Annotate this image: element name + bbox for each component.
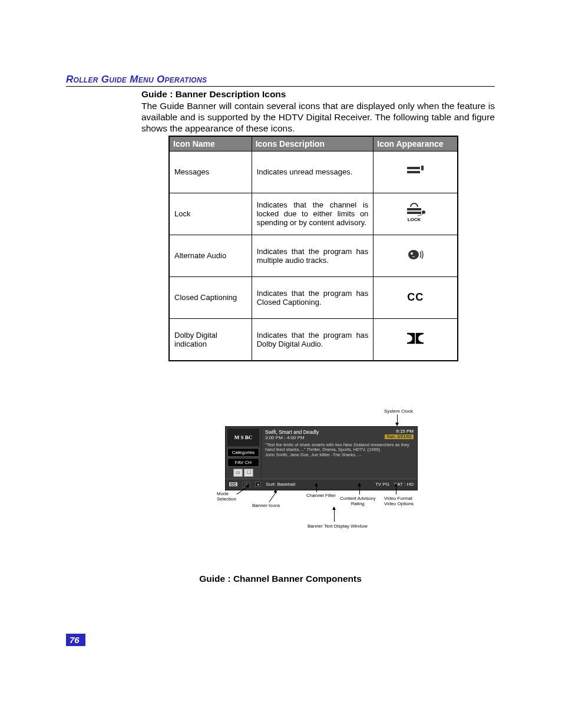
altaudio-chip: ● xyxy=(255,482,261,487)
arrow-line xyxy=(396,486,396,495)
cc-chip: CC xyxy=(229,482,237,486)
table-row: Dolby Digital indication Indicates that … xyxy=(169,318,458,361)
arrow-up-icon xyxy=(273,489,278,493)
page-number: 76 xyxy=(66,634,85,646)
col-icon-desc: Icons Description xyxy=(252,136,373,151)
arrow-up-icon xyxy=(394,483,398,486)
program-time-range: 3:00 PM - 4:00 PM xyxy=(265,435,319,440)
label-banner-text-window: Banner Text Display Window xyxy=(308,523,368,529)
svg-rect-15 xyxy=(424,332,425,344)
col-icon-name: Icon Name xyxy=(169,136,252,151)
channel-banner-figure: System Clock M S BC Categories FAV CH ▭ … xyxy=(66,409,495,568)
table-header-row: Icon Name Icons Description Icon Appeara… xyxy=(169,136,458,151)
clock-date: Sun. 3/21/01 xyxy=(385,434,414,439)
svg-rect-4 xyxy=(407,212,421,214)
section-header-text: Roller Guide Menu Operations xyxy=(66,74,207,85)
banner-left-column: M S BC Categories FAV CH ▭ ☐ xyxy=(226,427,262,479)
label-banner-icons: Banner Icons xyxy=(252,503,280,508)
svg-rect-3 xyxy=(407,208,421,210)
svg-rect-0 xyxy=(407,167,420,169)
cell-name: Messages xyxy=(169,151,252,193)
svg-point-6 xyxy=(408,250,419,259)
subsection-heading: Guide : Banner Description Icons xyxy=(141,89,495,100)
cell-appearance: LOCK xyxy=(373,193,458,235)
lock-icon: LOCK xyxy=(402,202,428,223)
arrow-up-icon xyxy=(332,506,336,510)
cell-appearance xyxy=(373,151,458,193)
intro-paragraph: The Guide Banner will contain several ic… xyxy=(141,101,495,134)
cc-icon: CC xyxy=(407,291,424,303)
label-system-clock: System Clock xyxy=(384,409,413,414)
mode-box-right: ☐ xyxy=(244,469,253,477)
cell-desc: Indicates that the program has Dolby Dig… xyxy=(252,318,373,361)
table-row: Alternate Audio Indicates that the progr… xyxy=(169,235,458,276)
figure-caption: Guide : Channel Banner Components xyxy=(66,574,495,584)
favch-button: FAV CH xyxy=(227,458,259,467)
cell-desc: Indicates unread messages. xyxy=(252,151,373,193)
col-icon-app: Icon Appearance xyxy=(373,136,458,151)
arrow-up-icon xyxy=(358,483,361,486)
guide-banner: M S BC Categories FAV CH ▭ ☐ Swift, Smar… xyxy=(225,426,418,490)
banner-bottom-strip: CC ▯▯ ● Sort: Baseball TV PG SAT : HD xyxy=(226,479,417,490)
table-row: Closed Captioning Indicates that the pro… xyxy=(169,276,458,318)
cell-desc: Indicates that the program has multiple … xyxy=(252,235,373,276)
network-logo: M S BC xyxy=(227,429,259,446)
cell-name: Closed Captioning xyxy=(169,276,252,318)
arrow-line xyxy=(316,486,317,492)
categories-button: Categories xyxy=(227,448,259,457)
mode-swap-row: ▭ ☐ xyxy=(227,469,259,477)
arrow-line xyxy=(359,486,360,495)
svg-rect-2 xyxy=(421,166,424,170)
svg-rect-1 xyxy=(407,171,420,173)
cell-name: Dolby Digital indication xyxy=(169,318,252,361)
svg-point-7 xyxy=(411,252,413,255)
arrow-line xyxy=(334,510,335,522)
cell-desc: Indicates that the channel is locked due… xyxy=(252,193,373,235)
messages-icon xyxy=(405,164,425,177)
table-row: Messages Indicates unread messages. xyxy=(169,151,458,193)
cell-appearance xyxy=(373,235,458,276)
dolby-icon xyxy=(406,332,425,344)
cell-appearance: CC xyxy=(373,276,458,318)
program-description: "Test the limits of shark smarts with tw… xyxy=(265,443,414,458)
label-content-advisory: Content Advisory Rating xyxy=(340,496,375,506)
section-header: Roller Guide Menu Operations xyxy=(66,74,495,87)
label-mode-selection: Mode Selection xyxy=(217,491,236,502)
table-row: Lock Indicates that the channel is locke… xyxy=(169,193,458,235)
cell-name: Alternate Audio xyxy=(169,235,252,276)
alt-audio-icon xyxy=(405,247,425,262)
arrow-up-icon xyxy=(315,483,318,486)
label-video-format: Video Format Video Options xyxy=(384,496,414,506)
mode-box-left: ▭ xyxy=(233,469,243,477)
label-channel-filter: Channel Filter xyxy=(306,493,336,498)
svg-rect-12 xyxy=(406,332,407,344)
banner-text-area: Swift, Smart and Deadly 3:00 PM - 4:00 P… xyxy=(262,427,417,479)
icon-description-table: Icon Name Icons Description Icon Appeara… xyxy=(168,136,458,361)
logo-text: M S BC xyxy=(234,435,253,440)
cell-desc: Indicates that the program has Closed Ca… xyxy=(252,276,373,318)
sort-text: Sort: Baseball xyxy=(266,482,295,487)
lock-caption: LOCK xyxy=(408,217,421,222)
rating-text: TV PG xyxy=(375,482,389,487)
cell-name: Lock xyxy=(169,193,252,235)
arrow-line xyxy=(397,414,398,423)
program-title: Swift, Smart and Deadly xyxy=(265,429,319,435)
cell-appearance xyxy=(373,318,458,361)
system-clock: 9:15 PM Sun. 3/21/01 xyxy=(385,429,414,440)
